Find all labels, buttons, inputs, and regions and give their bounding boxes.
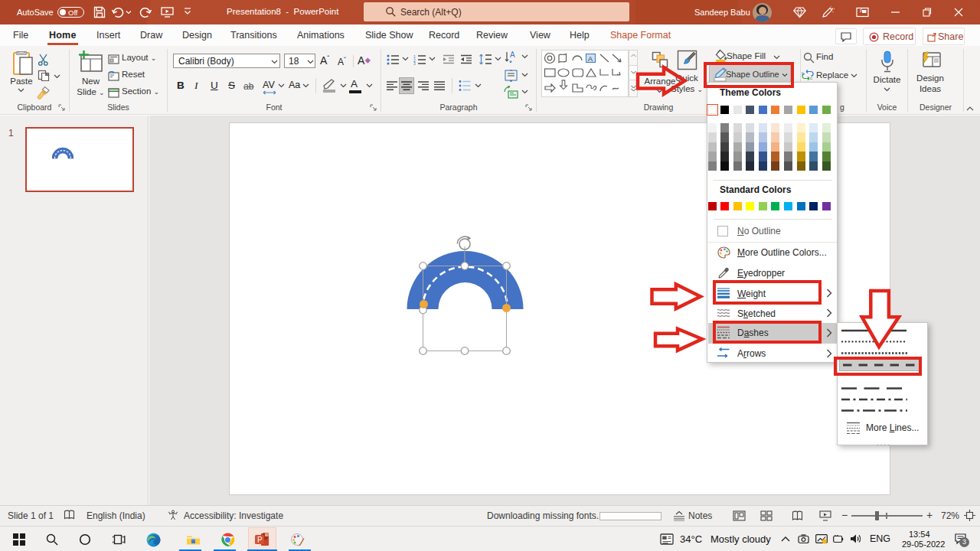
- svg-text:P: P: [257, 536, 263, 544]
- svg-text:3: 3: [413, 61, 416, 65]
- svg-text:A: A: [588, 55, 593, 63]
- svg-text:A: A: [510, 51, 515, 59]
- svg-text:c: c: [810, 76, 812, 80]
